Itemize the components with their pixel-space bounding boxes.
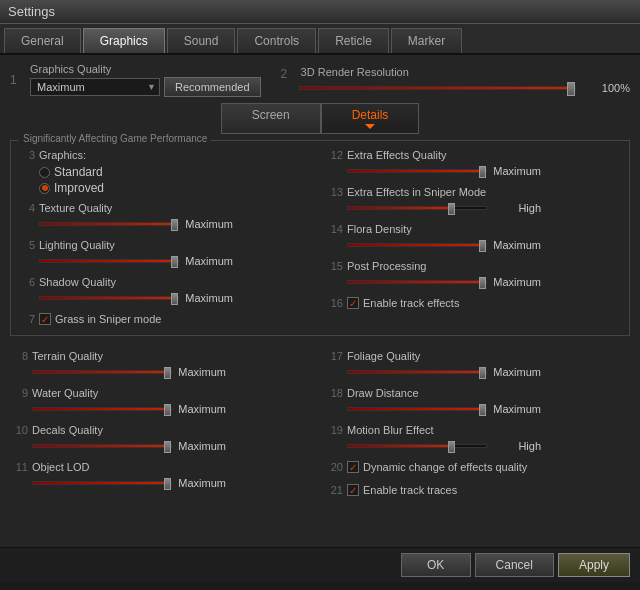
foliage-slider[interactable] (347, 370, 487, 374)
tab-marker[interactable]: Marker (391, 28, 462, 53)
decals-slider[interactable] (32, 444, 172, 448)
tab-controls[interactable]: Controls (237, 28, 316, 53)
graphics-radio-group: Standard Improved (39, 165, 315, 195)
setting-shadow: 6 Shadow Quality Maximum (17, 272, 315, 306)
render-resolution-group: 2 3D Render Resolution 100% (281, 66, 630, 94)
top-controls-row: 1 Graphics Quality Maximum Recommended 2… (10, 63, 630, 97)
num-10: 10 (10, 424, 28, 436)
shadow-slider[interactable] (39, 296, 179, 300)
motion-blur-value: High (491, 440, 541, 452)
shadow-slider-group: Maximum (39, 292, 315, 304)
setting-post-proc: 15 Post Processing Maximum (325, 256, 623, 290)
radio-improved-btn[interactable] (39, 183, 50, 194)
cancel-button[interactable]: Cancel (475, 553, 554, 577)
track-effects-row[interactable]: ✓ Enable track effects (347, 297, 459, 309)
water-slider[interactable] (32, 407, 172, 411)
grass-checkbox-row[interactable]: ✓ Grass in Sniper mode (39, 313, 161, 325)
tab-reticle[interactable]: Reticle (318, 28, 389, 53)
tab-graphics[interactable]: Graphics (83, 28, 165, 53)
draw-dist-slider-group: Maximum (347, 403, 630, 415)
lighting-label: Lighting Quality (39, 239, 315, 251)
lighting-slider-group: Maximum (39, 255, 315, 267)
decals-slider-group: Maximum (32, 440, 315, 452)
graphics-label: Graphics: (39, 149, 315, 161)
quality-select-group: Graphics Quality Maximum Recommended (30, 63, 261, 97)
extra-snipe-slider[interactable] (347, 206, 487, 210)
num-8: 8 (10, 350, 28, 362)
num-21: 21 (325, 484, 343, 496)
dynamic-checkbox[interactable]: ✓ (347, 461, 359, 473)
improved-label: Improved (54, 181, 104, 195)
tab-general[interactable]: General (4, 28, 81, 53)
water-label: Water Quality (32, 387, 315, 399)
setting-motion-blur: 19 Motion Blur Effect High (325, 420, 630, 454)
track-traces-row[interactable]: ✓ Enable track traces (347, 484, 457, 496)
post-proc-slider[interactable] (347, 280, 487, 284)
object-lod-slider-group: Maximum (32, 477, 315, 489)
grass-checkbox[interactable]: ✓ (39, 313, 51, 325)
subtab-bar: Screen Details (10, 103, 630, 134)
num-5: 5 (17, 239, 35, 251)
motion-blur-label: Motion Blur Effect (347, 424, 630, 436)
quality-select[interactable]: Maximum (30, 78, 160, 96)
radio-standard[interactable]: Standard (39, 165, 315, 179)
left-col: 3 Graphics: Standard Improved (17, 145, 315, 329)
track-traces-checkbox[interactable]: ✓ (347, 484, 359, 496)
setting-lighting: 5 Lighting Quality Maximum (17, 235, 315, 269)
draw-dist-slider[interactable] (347, 407, 487, 411)
num-17: 17 (325, 350, 343, 362)
num-11: 11 (10, 461, 28, 473)
render-slider-track[interactable] (299, 86, 576, 90)
flora-value: Maximum (491, 239, 541, 251)
decals-label: Decals Quality (32, 424, 315, 436)
object-lod-label: Object LOD (32, 461, 315, 473)
apply-button[interactable]: Apply (558, 553, 630, 577)
flora-label: Flora Density (347, 223, 623, 235)
setting-draw-dist: 18 Draw Distance Maximum (325, 383, 630, 417)
terrain-slider[interactable] (32, 370, 172, 374)
texture-slider[interactable] (39, 222, 179, 226)
tab-sound[interactable]: Sound (167, 28, 236, 53)
terrain-slider-group: Maximum (32, 366, 315, 378)
flora-slider[interactable] (347, 243, 487, 247)
lighting-slider[interactable] (39, 259, 179, 263)
graphics-quality-group: 1 Graphics Quality Maximum Recommended (10, 63, 261, 97)
performance-columns: 3 Graphics: Standard Improved (17, 145, 623, 329)
decals-value: Maximum (176, 440, 226, 452)
subtab-screen[interactable]: Screen (221, 103, 321, 134)
performance-section: Significantly Affecting Game Performance… (10, 140, 630, 336)
radio-improved[interactable]: Improved (39, 181, 315, 195)
num-15: 15 (325, 260, 343, 272)
track-effects-checkbox[interactable]: ✓ (347, 297, 359, 309)
num-6: 6 (17, 276, 35, 288)
object-lod-value: Maximum (176, 477, 226, 489)
quality-select-wrapper[interactable]: Maximum (30, 78, 160, 96)
draw-dist-value: Maximum (491, 403, 541, 415)
setting-grass: 7 ✓ Grass in Sniper mode (17, 309, 315, 329)
standard-label: Standard (54, 165, 103, 179)
texture-value: Maximum (183, 218, 233, 230)
setting-texture: 4 Texture Quality Maximum (17, 198, 315, 232)
setting-dynamic: 20 ✓ Dynamic change of effects quality (325, 457, 630, 477)
setting-terrain: 8 Terrain Quality Maximum (10, 346, 315, 380)
main-content: 1 Graphics Quality Maximum Recommended 2… (0, 55, 640, 547)
subtab-details[interactable]: Details (321, 103, 420, 134)
dynamic-checkbox-row[interactable]: ✓ Dynamic change of effects quality (347, 461, 527, 473)
item-num-2: 2 (281, 67, 297, 81)
motion-blur-slider[interactable] (347, 444, 487, 448)
recommended-button[interactable]: Recommended (164, 77, 261, 97)
setting-track-effects: 16 ✓ Enable track effects (325, 293, 623, 313)
setting-graphics: 3 Graphics: Standard Improved (17, 145, 315, 195)
radio-standard-btn[interactable] (39, 167, 50, 178)
num-19: 19 (325, 424, 343, 436)
post-proc-value: Maximum (491, 276, 541, 288)
ok-button[interactable]: OK (401, 553, 471, 577)
setting-object-lod: 11 Object LOD Maximum (10, 457, 315, 491)
tab-bar: General Graphics Sound Controls Reticle … (0, 24, 640, 55)
object-lod-slider[interactable] (32, 481, 172, 485)
setting-foliage: 17 Foliage Quality Maximum (325, 346, 630, 380)
extra-effects-slider[interactable] (347, 169, 487, 173)
texture-slider-group: Maximum (39, 218, 315, 230)
right-col: 12 Extra Effects Quality Maximum 13 (325, 145, 623, 329)
num-16: 16 (325, 297, 343, 309)
